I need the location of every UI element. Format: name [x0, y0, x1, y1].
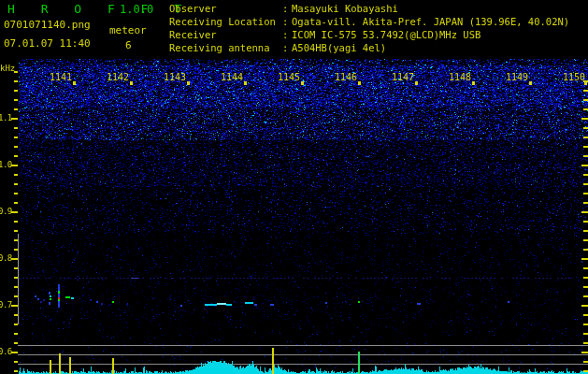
info-label: Observer: [169, 2, 282, 15]
freq-tick-label: 0.8: [0, 253, 11, 263]
time-tick-label: 1142: [107, 72, 129, 82]
freq-tick: [14, 249, 18, 251]
freq-tick-right: [581, 352, 588, 353]
freq-tick-right: [583, 267, 588, 269]
freq-tick: [14, 324, 18, 325]
freq-tick: [11, 118, 18, 120]
freq-tick: [14, 361, 18, 363]
freq-tick-right: [583, 146, 588, 148]
freq-tick-right: [581, 165, 588, 166]
freq-tick: [14, 99, 18, 101]
time-tick-label: 1150: [563, 72, 585, 82]
freq-tick-right: [583, 239, 588, 241]
time-tick-label: 1146: [335, 72, 357, 82]
station-info-block: Observer:Masayuki Kobayashi Receiving Lo…: [169, 2, 569, 54]
freq-tick: [14, 155, 18, 157]
freq-tick: [14, 333, 18, 335]
mode-label: meteor: [109, 24, 147, 36]
info-value: Masayuki Kobayashi: [292, 2, 398, 15]
info-row-receiver: Receiver:ICOM IC-575 53.7492(@LCD)MHz US…: [169, 28, 569, 41]
freq-tick: [14, 108, 18, 110]
freq-tick: [11, 165, 18, 166]
freq-tick-right: [581, 305, 588, 307]
freq-tick-right: [583, 342, 588, 344]
freq-tick-right: [583, 277, 588, 279]
info-value: ICOM IC-575 53.7492(@LCD)MHz USB: [292, 28, 480, 41]
freq-tick-right: [583, 324, 588, 325]
info-colon: :: [282, 28, 292, 41]
hrofft-screenshot: H R O F F T 1.0.0 0701071140.png meteor …: [0, 0, 588, 374]
freq-tick: [14, 286, 18, 288]
freq-tick-right: [583, 286, 588, 288]
freq-tick: [14, 221, 18, 223]
freq-tick-right: [583, 127, 588, 129]
freq-tick-right: [583, 193, 588, 194]
freq-tick-right: [583, 99, 588, 101]
freq-tick-label: 1.1: [0, 113, 11, 122]
freq-tick-right: [583, 370, 588, 372]
freq-tick-label: 1.0: [0, 160, 11, 169]
time-tick-label: 1144: [221, 72, 243, 82]
app-version: 1.0.0: [120, 3, 153, 16]
time-tick-label: 1141: [50, 72, 72, 82]
freq-tick-right: [583, 221, 588, 223]
app-title: H R O F F T: [7, 2, 191, 16]
info-value: A504HB(yagi 4el): [292, 41, 386, 54]
freq-tick: [14, 202, 18, 204]
freq-tick: [11, 352, 18, 353]
freq-tick-right: [583, 80, 588, 82]
time-tick-label: 1148: [449, 72, 471, 82]
freq-tick-right: [583, 90, 588, 92]
output-filename: 0701071140.png: [4, 19, 91, 31]
time-tick: [301, 81, 304, 85]
info-colon: :: [282, 41, 292, 54]
freq-tick: [14, 146, 18, 148]
freq-tick: [14, 174, 18, 176]
freq-tick-right: [583, 295, 588, 297]
freq-tick-right: [583, 314, 588, 316]
axis-tick-layer: 1141114211431144114511461147114811491150…: [0, 0, 588, 374]
freq-tick: [14, 127, 18, 129]
time-tick-label: 1143: [164, 72, 186, 82]
freq-tick-right: [581, 258, 588, 260]
info-row-antenna: Receiving antenna:A504HB(yagi 4el): [169, 41, 569, 54]
freq-tick: [14, 183, 18, 185]
freq-tick-right: [581, 118, 588, 120]
info-value: Ogata-vill. Akita-Pref. JAPAN (139.96E, …: [292, 15, 569, 28]
freq-tick-right: [581, 211, 588, 213]
freq-tick-right: [583, 174, 588, 176]
info-colon: :: [282, 15, 292, 28]
freq-tick: [14, 137, 18, 138]
freq-tick: [14, 193, 18, 194]
freq-tick-right: [583, 183, 588, 185]
time-tick: [358, 81, 361, 85]
freq-tick-right: [583, 230, 588, 232]
time-tick: [130, 81, 133, 85]
time-tick: [244, 81, 247, 85]
freq-tick: [14, 80, 18, 82]
freq-tick: [14, 277, 18, 279]
freq-tick: [14, 230, 18, 232]
freq-tick-right: [583, 361, 588, 363]
time-tick: [73, 81, 76, 85]
freq-tick-label: 0.7: [0, 300, 11, 309]
freq-tick: [11, 258, 18, 260]
freq-tick-right: [583, 202, 588, 204]
freq-tick-right: [583, 155, 588, 157]
info-label: Receiving antenna: [169, 41, 282, 54]
time-tick: [187, 81, 190, 85]
freq-axis-unit-label: kHz: [0, 64, 15, 73]
time-tick-label: 1149: [506, 72, 528, 82]
info-label: Receiving Location: [169, 15, 282, 28]
freq-tick: [14, 342, 18, 344]
freq-tick: [14, 314, 18, 316]
freq-tick: [14, 370, 18, 372]
time-tick-label: 1147: [392, 72, 414, 82]
date-time: 07.01.07 11:40: [4, 37, 91, 50]
time-tick: [415, 81, 418, 85]
freq-tick: [14, 295, 18, 297]
freq-tick-label: 0.6: [0, 347, 11, 356]
info-row-observer: Observer:Masayuki Kobayashi: [169, 2, 569, 15]
info-colon: :: [282, 2, 292, 15]
info-row-location: Receiving Location:Ogata-vill. Akita-Pre…: [169, 15, 569, 28]
